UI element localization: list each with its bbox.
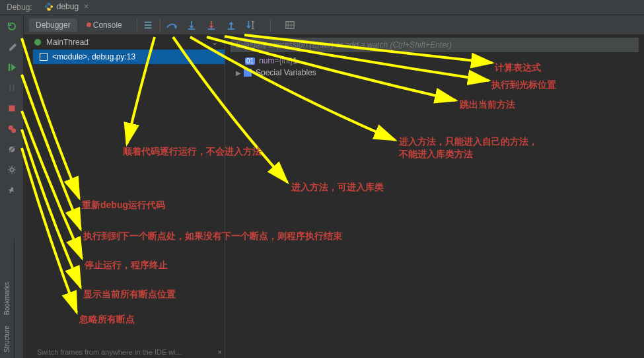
structure-tab[interactable]: Structure: [2, 320, 12, 358]
special-label: Special Variables: [256, 68, 316, 77]
threads-icon[interactable]: [143, 19, 155, 31]
step-into-icon[interactable]: [186, 19, 197, 31]
svg-point-5: [11, 128, 16, 133]
frame-label: <module>, debug.py:13: [52, 52, 135, 61]
resume-icon[interactable]: [6, 61, 18, 73]
run-to-cursor-icon[interactable]: [245, 19, 257, 31]
step-over-icon[interactable]: [166, 19, 178, 31]
evaluate-input[interactable]: Evaluate expression (Enter) or add a wat…: [231, 38, 639, 52]
bookmarks-tab[interactable]: Bookmarks: [2, 277, 12, 320]
var-badge: 01: [245, 57, 255, 65]
var-value: 1: [293, 56, 297, 65]
svg-rect-10: [145, 24, 152, 26]
thread-row[interactable]: MainThread ⌄: [28, 35, 225, 50]
close-icon[interactable]: ×: [84, 2, 89, 11]
var-eq: =: [274, 56, 279, 65]
hint-close-icon[interactable]: ×: [218, 348, 222, 356]
debugger-tab[interactable]: Debugger: [29, 18, 77, 32]
chevron-right-icon: ▶: [236, 69, 241, 77]
step-out-icon[interactable]: [225, 19, 237, 31]
svg-rect-3: [9, 106, 15, 112]
console-tab[interactable]: Console: [80, 18, 129, 32]
thread-status-icon: [34, 39, 41, 46]
settings-icon[interactable]: [6, 164, 18, 176]
svg-rect-11: [145, 27, 152, 28]
modify-icon[interactable]: [6, 41, 18, 53]
frame-icon: [40, 53, 48, 61]
variable-row[interactable]: 01 num = {int} 1: [225, 55, 644, 67]
var-type: {int}: [279, 56, 293, 65]
tab-label: debug: [57, 2, 79, 11]
svg-rect-0: [8, 64, 10, 71]
python-icon: [44, 2, 54, 11]
svg-rect-2: [13, 85, 14, 91]
svg-rect-9: [145, 21, 152, 22]
frames-hint: Switch frames from anywhere in the IDE w…: [37, 348, 182, 356]
svg-rect-1: [9, 85, 11, 91]
debug-tab[interactable]: debug ×: [39, 0, 94, 15]
var-name: num: [259, 56, 274, 65]
debug-label: Debug:: [0, 3, 39, 12]
evaluate-icon[interactable]: [284, 19, 296, 31]
stack-frame[interactable]: <module>, debug.py:13: [33, 50, 225, 64]
special-vars-row[interactable]: ▶ Special Variables: [225, 67, 644, 79]
rerun-icon[interactable]: [6, 20, 18, 32]
pause-icon[interactable]: [6, 82, 18, 94]
view-breakpoints-icon[interactable]: [6, 123, 18, 135]
mute-breakpoints-icon[interactable]: [6, 143, 18, 155]
step-into-my-icon[interactable]: [205, 19, 217, 31]
special-icon: [244, 69, 252, 77]
stop-icon[interactable]: [6, 102, 18, 114]
chevron-down-icon[interactable]: ⌄: [211, 38, 218, 47]
pin-icon[interactable]: [6, 184, 18, 196]
svg-point-8: [10, 168, 13, 171]
thread-name: MainThread: [46, 38, 89, 47]
